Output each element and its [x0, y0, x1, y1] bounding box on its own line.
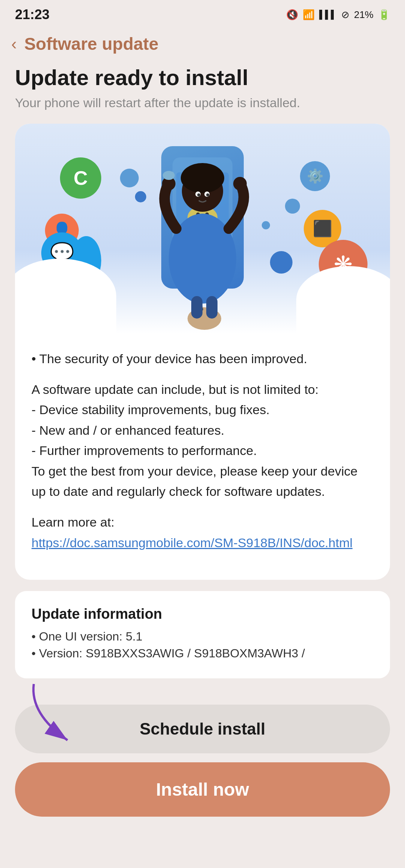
buttons-section: Schedule install Install now	[0, 705, 405, 839]
install-now-button[interactable]: Install now	[15, 762, 390, 817]
svg-rect-16	[191, 296, 202, 319]
deco-green-circle: C	[60, 157, 101, 199]
status-time: 21:23	[15, 7, 50, 22]
dnd-icon: ⊘	[341, 9, 350, 21]
update-info-card: Update information • One UI version: 5.1…	[15, 591, 390, 678]
deco-dot-1	[135, 191, 146, 202]
status-icons: 🔇 📶 ▌▌▌ ⊘ 21% 🔋	[286, 9, 390, 21]
security-note: • The security of your device has been i…	[32, 349, 374, 369]
arrow-svg	[22, 676, 98, 751]
deco-blob-4	[270, 251, 292, 274]
nav-title: Software update	[24, 34, 159, 54]
learn-more-section: Learn more at: https://doc.samsungmobile…	[32, 512, 374, 553]
bullet-3: - Further improvements to performance.	[32, 443, 257, 458]
bullet-1: - Device stability improvements, bug fix…	[32, 403, 270, 417]
deco-blob-2	[120, 169, 139, 187]
main-content: Update ready to install Your phone will …	[0, 58, 405, 705]
deco-dot-2	[262, 221, 270, 229]
page-title: Update ready to install	[15, 65, 390, 90]
info-line-1: • One UI version: 5.1	[32, 630, 374, 644]
svg-point-11	[170, 172, 174, 176]
mute-icon: 🔇	[286, 9, 298, 21]
svg-point-20	[197, 193, 200, 196]
back-button[interactable]: ‹	[11, 36, 17, 52]
card-text-area: • The security of your device has been i…	[15, 334, 390, 580]
general-intro: A software update can include, but is no…	[32, 382, 318, 397]
deco-blob-3	[285, 199, 300, 214]
person-svg	[139, 154, 266, 334]
info-line-2: • Version: S918BXXS3AWIG / S918BOXM3AWH3…	[32, 647, 374, 660]
svg-point-6	[181, 163, 224, 193]
content-card: C 👤 💬 ⚙️ ⬛	[15, 124, 390, 580]
arrow-annotation	[22, 676, 98, 753]
svg-point-9	[233, 177, 247, 190]
cloud-left	[15, 259, 116, 334]
nav-bar: ‹ Software update	[0, 26, 405, 58]
battery-indicator: 21%	[354, 9, 374, 21]
bullet-2: - New and / or enhanced features.	[32, 423, 224, 437]
cloud-right	[296, 266, 390, 334]
svg-point-21	[206, 193, 209, 196]
illustration-area: C 👤 💬 ⚙️ ⬛	[15, 124, 390, 334]
deco-person	[139, 154, 266, 334]
status-bar: 21:23 🔇 📶 ▌▌▌ ⊘ 21% 🔋	[0, 0, 405, 26]
learn-more-label: Learn more at:	[32, 515, 114, 529]
info-card-title: Update information	[32, 606, 374, 622]
svg-rect-17	[206, 296, 218, 319]
battery-icon: 🔋	[378, 9, 390, 21]
page-subtitle: Your phone will restart after the update…	[15, 96, 390, 110]
wifi-icon: 📶	[303, 9, 315, 21]
best-from-note: To get the best from your device, please…	[32, 464, 357, 498]
general-notes: A software update can include, but is no…	[32, 379, 374, 501]
signal-icon: ▌▌▌	[319, 10, 337, 19]
learn-more-link[interactable]: https://doc.samsungmobile.com/SM-S918B/I…	[32, 536, 352, 550]
deco-gear-circle: ⚙️	[300, 161, 330, 191]
